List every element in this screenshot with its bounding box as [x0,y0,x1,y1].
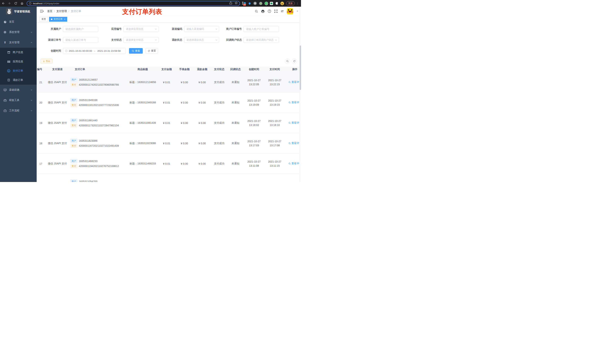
tab-close-icon[interactable]: × [64,18,65,20]
extensions-puzzle-icon[interactable] [275,1,279,5]
cell-channel: 微信 JSAPI 支付 [44,142,70,145]
table-row: 21 微信 JSAPI 支付 商户 1635312124657 支付 42000… [37,72,301,93]
tab-home[interactable]: 首页 [40,17,48,22]
chevron-down-icon [155,28,157,30]
col-pay-time: 支付时间 [264,68,285,71]
filter-label: 支付状态 [100,38,123,42]
view-detail-link[interactable]: 查看详情 [288,162,301,165]
cell-action: 查看详情 [285,142,301,145]
extension-emoji-icon[interactable] [280,2,284,5]
cell-refund: ¥ 0.00 [193,122,211,125]
table-row: 19 微信 JSAPI 支付 商户 1635311881440 支付 42000… [37,113,301,133]
tab-pay-order[interactable]: 支付订单 × [49,17,67,22]
cell-fee: ¥ 0.00 [175,101,193,104]
sidebar-item-payment[interactable]: ¥ 支付管理 [0,37,37,48]
col-create-time: 创建时间 [244,68,264,71]
browser-home-icon[interactable] [19,0,25,6]
browser-menu-icon[interactable]: ⋮ [296,2,299,5]
bookmark-star-icon[interactable] [235,1,238,5]
sidebar-item-infra[interactable]: 基础设施 [0,85,37,95]
view-detail-link[interactable]: 查看详情 [288,81,301,84]
collapse-sidebar-icon[interactable] [39,9,44,13]
extension-recorder-icon[interactable] [259,1,262,5]
create-time-range-picker[interactable]: 2021-10-01 00:00:00 - 2021-10-31 23:59:5… [63,48,126,54]
browser-reload-icon[interactable] [13,0,19,6]
cell-amount: ¥ 0.01 [158,142,175,145]
sidebar-item-refund-order[interactable]: 退款订单 [0,75,37,85]
view-detail-link[interactable]: 查看详情 [288,142,301,145]
cell-action: 查看详情 [285,81,301,84]
table-body: 21 微信 JSAPI 支付 商户 1635312124657 支付 42000… [37,72,301,182]
filter-form: 所属商户 应用编号 请选择应用信息 渠道编码 请输入渠道编码 [37,22,301,54]
merchant-filter-input[interactable] [63,26,98,32]
address-bar[interactable]: localhost:1024/pay/order [27,1,240,6]
sidebar-item-home[interactable]: 首页 [0,17,37,27]
browser-forward-icon[interactable] [6,0,13,6]
app-logo[interactable]: 芋道管理系统 [0,7,37,16]
sidebar-item-label: 系统管理 [9,31,20,34]
help-icon[interactable]: ? [268,10,271,13]
filter-label: 回调商户状态 [221,38,244,42]
github-icon[interactable] [261,10,265,13]
browser-update-button[interactable]: 更新 [286,1,295,5]
merchant-order-no-input[interactable] [244,26,279,32]
breadcrumb-payment[interactable]: 支付管理 [56,10,67,13]
col-id: 编号 [37,68,44,71]
export-button[interactable]: 导出 [41,59,52,64]
notify-status-select[interactable]: 请选择订单回调商户状态 [244,37,279,43]
cell-notify-status: 未通知 [227,121,244,125]
merchant-order-no: 1635312124657 [79,78,97,81]
merchant-order-no: 1635311468233 [79,160,97,163]
refresh-table-button[interactable] [292,59,297,64]
user-menu-caret-icon[interactable] [296,10,298,13]
col-title: 商品标题 [128,68,158,71]
extension-diamond-icon[interactable]: 10 [242,1,246,5]
cell-order: 商户 1635311054700 支付 [70,178,128,182]
chevron-down-icon [215,28,217,30]
search-button[interactable]: 搜索 [129,48,143,54]
extension-badge: 10 [243,3,246,6]
sidebar: 芋道管理系统 首页 系统管理 [0,7,37,182]
channel-order-no-input[interactable] [63,37,98,43]
sidebar-item-app-info[interactable]: 应用信息 [0,57,37,66]
share-icon[interactable] [229,1,232,5]
channel-code-select[interactable]: 请输入渠道编码 [184,26,219,32]
cell-action: 查看详情 [285,121,301,125]
breadcrumb-home[interactable]: 首页 [47,10,52,13]
extension-command-icon[interactable]: ⌘ [253,1,257,5]
refund-status-select[interactable]: 请选择退款状态 [184,37,219,43]
col-notify-status: 回调状态 [227,68,244,71]
cell-action: 查看详情 [285,101,301,104]
cell-amount: ¥ 0.01 [158,81,175,84]
page-scrollbar[interactable] [299,7,301,182]
extension-pin-icon[interactable] [248,1,251,5]
chevron-down-icon [30,99,32,101]
sidebar-item-pay-order[interactable]: ¥ 支付订单 [0,66,37,75]
sidebar-item-label: 工作流程 [9,109,20,112]
cell-amount: ¥ 0.01 [158,101,175,104]
pay-status-select[interactable]: 请选择支付状态 [123,37,159,43]
site-info-icon[interactable] [29,2,32,5]
header-search-icon[interactable] [255,10,258,13]
reset-button[interactable]: 重置 [146,48,158,54]
view-detail-link[interactable]: 查看详情 [288,121,301,125]
view-detail-link[interactable]: 查看详情 [288,101,301,104]
sidebar-item-merchant-info[interactable]: 商户信息 [0,48,37,57]
cell-pay-status: 支付成功 [211,121,227,125]
sidebar-item-workflow[interactable]: 工作流程 [0,105,37,116]
cell-order: 商户 1635311949168 支付 42000011812021102777… [70,97,128,108]
avatar[interactable] [287,8,293,14]
browser-back-icon[interactable] [0,0,6,6]
fullscreen-icon[interactable] [274,10,278,13]
url-text: localhost:1024/pay/order [33,2,59,5]
sidebar-item-system[interactable]: 系统管理 [0,27,37,37]
extension-y-icon[interactable]: Y [264,1,268,5]
shop-icon [7,51,10,54]
sidebar-item-dev-tools[interactable]: 研发工具 [0,95,37,105]
extension-chat-icon[interactable] [270,2,273,5]
font-size-icon[interactable]: tT [280,10,284,13]
app-filter-select[interactable]: 请选择应用信息 [123,26,159,32]
scrollbar-thumb[interactable] [300,45,301,90]
show-search-toggle-button[interactable] [285,59,290,64]
sidebar-item-label: 首页 [9,20,14,23]
